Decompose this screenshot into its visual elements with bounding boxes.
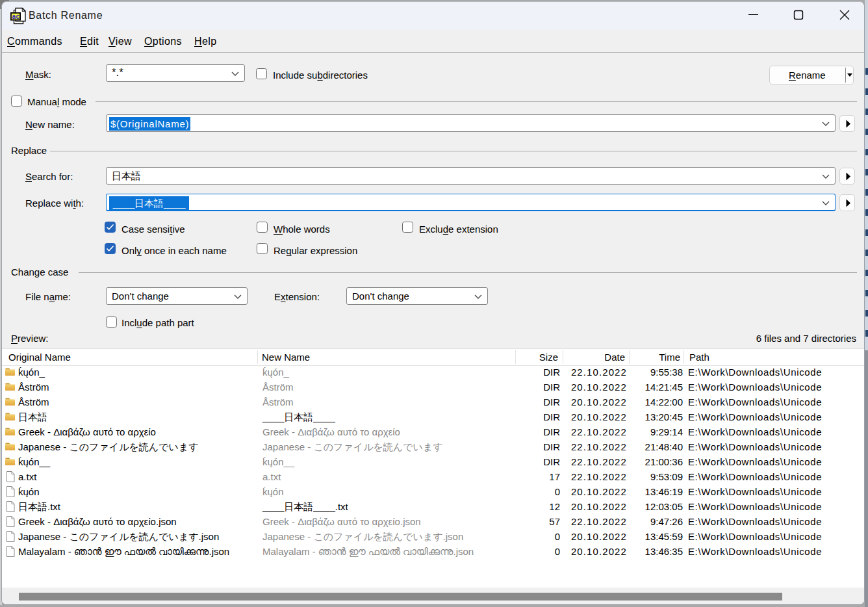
- svg-text:c: c: [16, 13, 20, 20]
